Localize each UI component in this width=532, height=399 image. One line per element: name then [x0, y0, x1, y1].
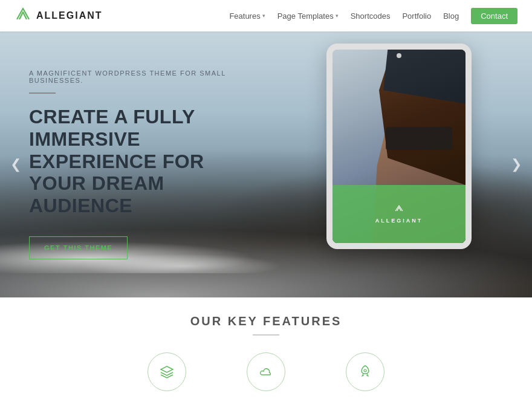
brand-name: ALLEGIANT [36, 10, 103, 21]
tablet-sunglasses [386, 127, 452, 150]
nav-portfolio[interactable]: Portfolio [402, 11, 431, 21]
hero-headline: CREATE A FULLY IMMERSIVE EXPERIENCE FOR … [29, 106, 254, 217]
tablet-logo-icon [395, 204, 403, 215]
features-icons [148, 352, 384, 391]
hero-cta-button[interactable]: GET THIS THEME [29, 236, 128, 259]
chevron-down-icon: ▾ [262, 13, 265, 19]
tablet-device: ALLEGIANT [326, 44, 472, 249]
contact-button[interactable]: Contact [471, 8, 517, 24]
features-section: OUR KEY FEATURES [0, 297, 532, 391]
tablet-mockup: ALLEGIANT [326, 44, 472, 249]
nav-shortcodes[interactable]: Shortcodes [351, 11, 391, 21]
navbar: ALLEGIANT Features ▾ Page Templates ▾ Sh… [0, 0, 532, 31]
tablet-brand-name: ALLEGIANT [375, 218, 423, 224]
svg-marker-0 [161, 366, 173, 372]
tablet-screen: ALLEGIANT [332, 50, 465, 243]
nav-page-templates[interactable]: Page Templates ▾ [277, 11, 339, 21]
logo[interactable]: ALLEGIANT [15, 6, 103, 25]
hero-next-arrow[interactable]: ❯ [507, 155, 526, 174]
feature-rocket [346, 352, 384, 391]
nav-links: Features ▾ Page Templates ▾ Shortcodes P… [229, 8, 517, 24]
feature-layers [148, 352, 186, 391]
logo-icon [15, 6, 31, 25]
hero-tagline: A MAGNIFICENT WORDPRESS THEME FOR SMALL … [29, 70, 254, 84]
nav-blog[interactable]: Blog [443, 11, 459, 21]
hero-divider [29, 92, 56, 94]
cloud-icon [258, 363, 274, 380]
layers-icon [158, 363, 175, 380]
nav-features[interactable]: Features ▾ [229, 11, 265, 21]
svg-point-1 [364, 369, 366, 372]
features-title: OUR KEY FEATURES [190, 314, 342, 328]
chevron-down-icon: ▾ [336, 13, 339, 19]
rocket-icon [357, 363, 374, 380]
tablet-camera [397, 53, 401, 58]
tablet-brand-bar: ALLEGIANT [332, 185, 465, 243]
hero-section: ❮ A MAGNIFICENT WORDPRESS THEME FOR SMAL… [0, 31, 532, 297]
features-divider [253, 334, 279, 336]
feature-cloud [247, 352, 285, 391]
hero-prev-arrow[interactable]: ❮ [6, 155, 25, 174]
hero-content: A MAGNIFICENT WORDPRESS THEME FOR SMALL … [0, 70, 254, 259]
